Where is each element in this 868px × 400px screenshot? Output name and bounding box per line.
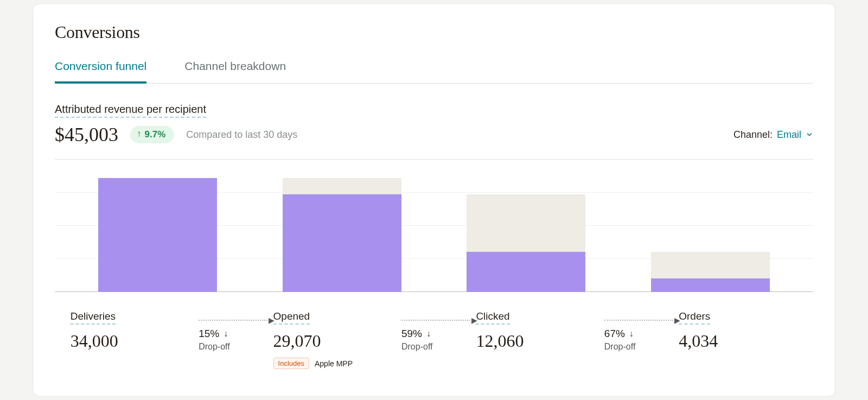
dropoff-pct-value: 59% xyxy=(401,328,422,340)
arrow-right-icon: ▶ xyxy=(471,316,477,325)
metric-value: $45,003 xyxy=(55,123,118,146)
dotted-line xyxy=(401,320,470,321)
stage-label: Clicked xyxy=(476,310,509,325)
stage-column: Deliveries34,000 xyxy=(71,310,189,351)
arrow-right-icon: ▶ xyxy=(269,316,275,325)
stage-value: 12,060 xyxy=(476,331,595,351)
metric-value-row: $45,003 ↑ 9.7% Compared to last 30 days xyxy=(55,123,297,146)
arrow-down-icon: ↓ xyxy=(224,329,228,339)
tabs: Conversion funnel Channel breakdown xyxy=(55,60,813,84)
metric-label: Attributed revenue per recipient xyxy=(55,103,206,118)
stage-label: Orders xyxy=(679,310,710,325)
includes-badge: Includes xyxy=(273,358,309,369)
stage-column: Clicked12,060 xyxy=(476,310,595,351)
dropoff-pct: 15%↓ xyxy=(199,328,264,340)
dropoff-connector: ▶ xyxy=(199,316,275,325)
funnel-bar[interactable] xyxy=(283,178,401,292)
bar-previous xyxy=(651,252,770,279)
stage-label: Deliveries xyxy=(71,310,116,325)
arrow-right-icon: ▶ xyxy=(674,316,680,325)
bar-current xyxy=(98,178,217,292)
chevron-down-icon xyxy=(806,131,813,140)
dropoff-label: Drop-off xyxy=(401,342,467,352)
dropoff-pct: 67%↓ xyxy=(604,328,669,340)
stage-column: Orders4,034 xyxy=(679,310,797,351)
stage-value: 29,070 xyxy=(273,331,392,351)
funnel-chart xyxy=(55,178,813,292)
dropoff-connector: ▶ xyxy=(401,316,477,325)
dotted-line xyxy=(199,320,267,321)
channel-selector[interactable]: Channel: Email xyxy=(733,129,813,141)
dropoff-label: Drop-off xyxy=(199,342,264,352)
funnel-bar[interactable] xyxy=(98,178,217,292)
dropoff-pct: 59%↓ xyxy=(401,328,467,340)
dropoff-column: ▶15%↓Drop-off xyxy=(199,312,264,352)
arrow-down-icon: ↓ xyxy=(629,329,634,339)
includes-text: Apple MPP xyxy=(315,359,353,368)
compared-text: Compared to last 30 days xyxy=(186,129,297,141)
chart-footer: Deliveries34,000▶15%↓Drop-offOpened29,07… xyxy=(55,292,813,369)
conversions-card: Conversions Conversion funnel Channel br… xyxy=(33,3,835,397)
separator xyxy=(55,159,813,160)
bar-current xyxy=(651,278,770,292)
dropoff-pct-value: 15% xyxy=(199,328,219,340)
change-pct: 9.7% xyxy=(145,129,166,140)
arrow-up-icon: ↑ xyxy=(137,129,142,139)
channel-label: Channel: xyxy=(733,129,773,141)
bar-previous xyxy=(467,194,585,251)
dropoff-pct-value: 67% xyxy=(604,328,625,340)
tab-channel-breakdown[interactable]: Channel breakdown xyxy=(184,60,286,83)
dropoff-label: Drop-off xyxy=(604,342,669,352)
stage-value: 4,034 xyxy=(679,331,797,351)
dropoff-column: ▶59%↓Drop-off xyxy=(401,312,467,352)
stage-column: Opened29,070IncludesApple MPP xyxy=(273,310,392,369)
dotted-line xyxy=(604,320,673,321)
dropoff-column: ▶67%↓Drop-off xyxy=(604,312,669,352)
stage-value: 34,000 xyxy=(71,331,189,351)
stage-badge: IncludesApple MPP xyxy=(273,358,392,369)
channel-value: Email xyxy=(777,129,801,141)
funnel-bar[interactable] xyxy=(651,252,770,292)
bar-current xyxy=(467,252,585,292)
arrow-down-icon: ↓ xyxy=(426,329,431,339)
dropoff-connector: ▶ xyxy=(604,316,680,325)
bar-previous xyxy=(283,178,401,194)
bar-current xyxy=(283,194,401,292)
funnel-bar[interactable] xyxy=(467,194,585,292)
metric-row: Attributed revenue per recipient $45,003… xyxy=(55,103,813,146)
page-title: Conversions xyxy=(55,22,813,42)
stage-label: Opened xyxy=(273,310,310,325)
bars-container xyxy=(55,178,813,292)
tab-conversion-funnel[interactable]: Conversion funnel xyxy=(55,60,146,84)
change-pill: ↑ 9.7% xyxy=(130,126,174,143)
metric-block: Attributed revenue per recipient $45,003… xyxy=(55,103,297,146)
